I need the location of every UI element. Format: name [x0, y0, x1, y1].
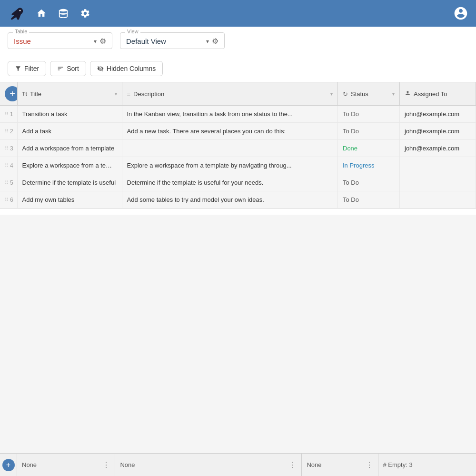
row-description[interactable]: Add some tables to try and model your ow…	[122, 191, 338, 208]
row-handle: ⠿4	[0, 157, 17, 174]
desc-col-arrow: ▾	[330, 91, 333, 97]
view-label: View	[125, 29, 140, 34]
row-handle: ⠿3	[0, 140, 17, 157]
nav-right	[453, 6, 468, 21]
add-row-header[interactable]: +	[0, 82, 17, 106]
top-navigation	[0, 0, 476, 27]
table-selector[interactable]: Table Issue ▾ ⚙	[8, 32, 112, 49]
row-assigned-to[interactable]	[400, 174, 476, 191]
view-selector[interactable]: View Default View ▾ ⚙	[120, 32, 225, 49]
row-title[interactable]: Determine if the template is useful	[17, 174, 122, 191]
table-row[interactable]: ⠿3Add a workspace from a templateDonejoh…	[0, 140, 476, 157]
filter-button[interactable]: Filter	[8, 61, 46, 76]
row-assigned-to[interactable]	[400, 191, 476, 208]
row-status[interactable]: In Progress	[338, 157, 400, 174]
svg-point-0	[20, 10, 21, 11]
bottom-cell-3-value: None	[307, 461, 321, 468]
table-row[interactable]: ⠿5Determine if the template is usefulDet…	[0, 174, 476, 191]
row-title[interactable]: Transition a task	[17, 106, 122, 123]
row-description[interactable]: Add a new task. There are several places…	[122, 123, 338, 140]
column-header-title[interactable]: Tt Title ▾	[17, 82, 122, 106]
status-badge: To Do	[343, 110, 359, 118]
row-title[interactable]: Add my own tables	[17, 191, 122, 208]
view-chevron-icon: ▾	[206, 38, 209, 45]
assigned-col-icon	[405, 90, 411, 98]
database-nav-icon[interactable]	[58, 8, 69, 19]
row-status[interactable]: To Do	[338, 174, 400, 191]
table-row[interactable]: ⠿6Add my own tablesAdd some tables to tr…	[0, 191, 476, 208]
row-description[interactable]: Explore a workspace from a template by n…	[122, 157, 338, 174]
home-nav-icon[interactable]	[36, 8, 47, 19]
status-badge: In Progress	[343, 162, 374, 169]
bottom-cell-3-menu[interactable]: ⋮	[366, 460, 373, 469]
view-value: Default View	[126, 37, 166, 45]
row-status[interactable]: To Do	[338, 123, 400, 140]
status-badge: To Do	[343, 179, 359, 186]
table-body: ⠿1Transition a taskIn the Kanban view, t…	[0, 106, 476, 208]
bottom-cell-4-value: # Empty: 3	[383, 461, 413, 468]
filter-label: Filter	[24, 65, 39, 72]
nav-left	[8, 5, 90, 22]
row-title[interactable]: Explore a workspace from a template	[17, 157, 122, 174]
status-col-icon: ↻	[343, 90, 348, 98]
column-status-label: Status	[351, 90, 368, 98]
row-handle: ⠿6	[0, 191, 17, 208]
column-title-label: Title	[30, 90, 41, 98]
bottom-cell-1-menu[interactable]: ⋮	[102, 460, 110, 469]
table-row[interactable]: ⠿4Explore a workspace from a templateExp…	[0, 157, 476, 174]
bottom-cell-2-menu[interactable]: ⋮	[289, 460, 297, 469]
user-profile-icon[interactable]	[453, 6, 468, 21]
column-header-status[interactable]: ↻ Status ▾	[338, 82, 400, 106]
bottom-cell-1-value: None	[22, 461, 37, 468]
row-assigned-to[interactable]: john@example.com	[400, 140, 476, 157]
table-wrapper: + Tt Title ▾	[0, 82, 476, 453]
column-description-label: Description	[133, 90, 164, 98]
row-status[interactable]: To Do	[338, 191, 400, 208]
table-value: Issue	[14, 37, 31, 45]
row-handle: ⠿5	[0, 174, 17, 191]
drag-handle-icon: ⠿	[5, 111, 8, 117]
row-description[interactable]: Determine if the template is useful for …	[122, 174, 338, 191]
settings-nav-icon[interactable]	[80, 8, 90, 19]
row-handle: ⠿2	[0, 123, 17, 140]
row-assigned-to[interactable]: john@example.com	[400, 123, 476, 140]
table-gear-icon[interactable]: ⚙	[99, 37, 106, 46]
bird-icon	[8, 5, 25, 22]
filter-icon	[15, 65, 21, 72]
row-description[interactable]: In the Kanban view, transition a task fr…	[122, 106, 338, 123]
selector-bar: Table Issue ▾ ⚙ View Default View ▾ ⚙	[0, 27, 476, 55]
row-assigned-to[interactable]: john@example.com	[400, 106, 476, 123]
hidden-columns-button[interactable]: Hidden Columns	[90, 61, 163, 76]
column-header-assigned[interactable]: Assigned To	[400, 82, 476, 106]
table-row[interactable]: ⠿1Transition a taskIn the Kanban view, t…	[0, 106, 476, 123]
row-status[interactable]: Done	[338, 140, 400, 157]
row-description[interactable]	[122, 140, 338, 157]
sort-icon	[57, 65, 64, 72]
view-controls: ▾ ⚙	[206, 37, 218, 46]
status-badge: Done	[343, 145, 357, 152]
table-controls: ▾ ⚙	[94, 37, 106, 46]
bottom-cell-1: None ⋮	[17, 454, 115, 476]
table-chevron-icon: ▾	[94, 38, 97, 45]
row-title[interactable]: Add a workspace from a template	[17, 140, 122, 157]
bottom-bar: + None ⋮ None ⋮ None ⋮ # Empty: 3	[0, 453, 476, 476]
row-assigned-to[interactable]	[400, 157, 476, 174]
title-col-icon: Tt	[22, 91, 27, 97]
add-row-area	[0, 208, 476, 215]
bottom-add-button[interactable]: +	[2, 459, 15, 471]
row-title[interactable]: Add a task	[17, 123, 122, 140]
table-label: Table	[13, 29, 29, 34]
status-col-arrow: ▾	[392, 91, 395, 97]
column-header-description[interactable]: ≡ Description ▾	[122, 82, 338, 106]
table-header: + Tt Title ▾	[0, 82, 476, 106]
bottom-cell-2-value: None	[120, 461, 135, 468]
logo[interactable]	[8, 5, 25, 22]
hidden-columns-label: Hidden Columns	[107, 65, 156, 72]
row-status[interactable]: To Do	[338, 106, 400, 123]
table-row[interactable]: ⠿2Add a taskAdd a new task. There are se…	[0, 123, 476, 140]
status-badge: To Do	[343, 196, 359, 203]
drag-handle-icon: ⠿	[5, 197, 8, 202]
view-gear-icon[interactable]: ⚙	[212, 37, 218, 46]
desc-col-icon: ≡	[127, 90, 131, 98]
sort-button[interactable]: Sort	[50, 61, 86, 76]
